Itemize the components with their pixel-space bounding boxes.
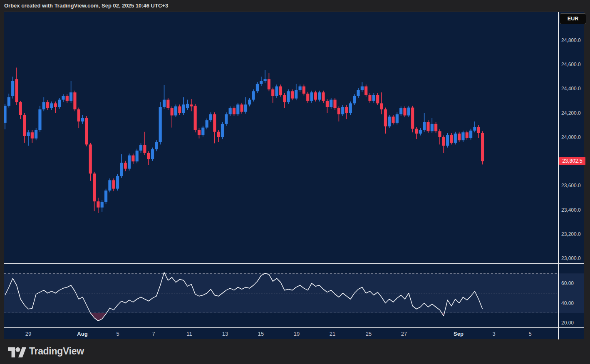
candle-body: [93, 173, 96, 201]
rsi-axis-label: 40.00: [561, 300, 574, 306]
candle-wick: [28, 130, 29, 146]
attribution-text: Orbex created with TradingView.com, Sep …: [4, 2, 168, 9]
candle-body: [314, 92, 317, 99]
time-axis-label: 21: [330, 331, 335, 337]
candle-body: [155, 142, 158, 149]
candle-body: [306, 94, 309, 101]
time-axis-label: 27: [401, 331, 407, 337]
candle-body: [298, 87, 301, 90]
candle-body: [73, 92, 76, 109]
candle-body: [431, 124, 434, 131]
pane-separator[interactable]: [4, 263, 584, 264]
symbol-badge[interactable]: EUR: [560, 13, 586, 24]
chart-widget[interactable]: 24,800.024,600.024,400.024,200.024,000.0…: [4, 12, 584, 339]
candle-body: [15, 79, 18, 102]
candle-body: [116, 176, 119, 189]
candle-body: [473, 127, 476, 131]
candle-body: [376, 95, 379, 103]
candle-body: [38, 109, 41, 130]
candle-body: [279, 87, 282, 95]
candle-body: [104, 191, 107, 202]
candle-wick: [55, 102, 56, 113]
time-axis-label: Aug: [77, 331, 87, 337]
candle-body: [54, 103, 57, 107]
candle-body: [337, 108, 340, 114]
candle-body: [403, 108, 406, 115]
candle-body: [458, 134, 461, 140]
candle-body: [190, 104, 193, 106]
candle-body: [426, 122, 429, 131]
time-axis-label: 13: [222, 331, 228, 337]
candle-body: [101, 202, 104, 208]
candle-body: [477, 127, 480, 133]
candle-body: [310, 92, 313, 101]
candle-body: [368, 95, 371, 101]
candle-body: [318, 92, 321, 99]
rsi-oversold-fill: [90, 313, 107, 321]
candle-body: [333, 100, 336, 108]
candle-body: [229, 108, 232, 114]
candle-body: [252, 91, 255, 99]
candle-body: [166, 100, 169, 108]
candle-body: [396, 114, 399, 123]
rsi-axis-label: 60.00: [561, 280, 574, 286]
candle-body: [163, 100, 166, 107]
candle-body: [233, 108, 236, 114]
candle-body: [419, 130, 422, 134]
candle-body: [361, 87, 364, 90]
chart-canvas[interactable]: [4, 12, 584, 339]
candle-body: [423, 122, 426, 130]
candle-body: [69, 92, 72, 101]
candle-body: [143, 145, 146, 153]
last-price-badge: 23,802.5: [559, 157, 585, 165]
tradingview-logo-icon[interactable]: [8, 346, 26, 359]
candle-body: [446, 135, 449, 146]
candle-body: [283, 95, 286, 102]
candle-body: [198, 130, 201, 135]
candle-body: [287, 91, 290, 102]
candle-body: [66, 96, 69, 101]
candle-body: [159, 107, 162, 142]
candle-body: [171, 108, 174, 115]
candle-body: [244, 104, 247, 111]
candle-body: [58, 100, 61, 107]
candle-body: [42, 102, 45, 109]
candle-body: [85, 118, 88, 144]
candle-body: [415, 129, 418, 134]
candle-body: [35, 130, 37, 138]
time-axis-label: Sep: [454, 331, 464, 337]
attribution-bar: Orbex created with TradingView.com, Sep …: [0, 0, 590, 12]
page: Orbex created with TradingView.com, Sep …: [0, 0, 590, 364]
candle-body: [209, 114, 212, 121]
candle-body: [264, 79, 267, 81]
candle-body: [454, 134, 457, 143]
tradingview-logo-text[interactable]: TradingView: [29, 346, 84, 357]
price-axis-label: 23,400.0: [561, 207, 581, 213]
candle-body: [295, 90, 297, 98]
candle-body: [213, 114, 216, 132]
pane-separator[interactable]: [4, 327, 584, 328]
price-axis-label: 24,600.0: [561, 62, 581, 67]
candle-body: [291, 91, 294, 98]
candle-body: [353, 96, 356, 103]
candle-body: [322, 92, 325, 101]
candle-body: [372, 95, 375, 101]
candle-body: [128, 156, 131, 169]
candle-body: [23, 115, 26, 136]
candle-body: [330, 100, 332, 107]
candle-body: [392, 116, 394, 123]
candle-body: [411, 108, 414, 129]
candle-body: [236, 104, 239, 114]
candle-body: [217, 132, 220, 137]
time-axis-label: 19: [294, 331, 300, 337]
candle-body: [357, 90, 359, 96]
candle-body: [407, 108, 410, 116]
candle-body: [7, 97, 10, 106]
candle-body: [388, 116, 391, 126]
candle-body: [481, 133, 484, 161]
price-axis-border: [558, 12, 559, 339]
time-axis-label: 5: [528, 331, 531, 337]
candle-body: [182, 104, 185, 113]
candle-body: [442, 137, 445, 146]
candle-body: [240, 104, 243, 111]
